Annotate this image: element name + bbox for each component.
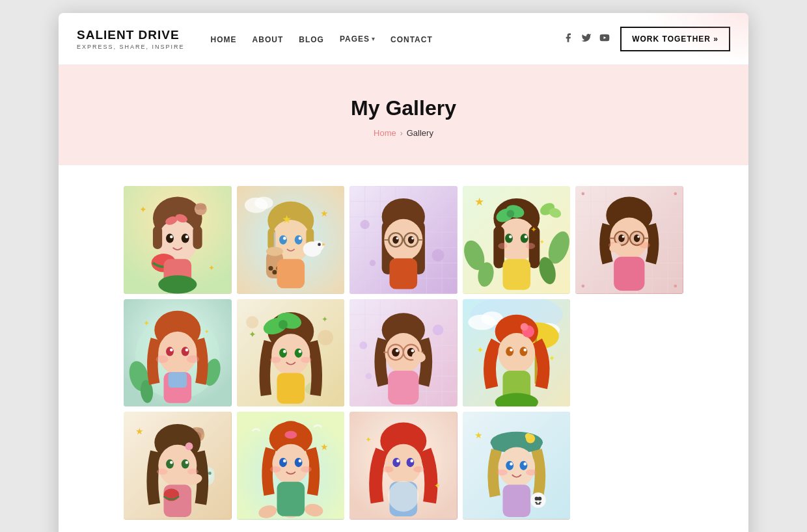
- svg-point-253: [301, 466, 312, 472]
- nav-link-blog[interactable]: BLOG: [299, 35, 324, 44]
- breadcrumb-home-link[interactable]: Home: [374, 128, 396, 138]
- logo-area[interactable]: SALIENT DRIVE EXPRESS, SHARE, INSPIRE: [77, 28, 185, 50]
- svg-point-71: [408, 236, 414, 244]
- nav-item-about[interactable]: ABOUT: [253, 33, 284, 45]
- gallery-item-4[interactable]: ✦ ✦ ★: [463, 186, 571, 294]
- svg-text:✦: ✦: [143, 319, 150, 328]
- svg-text:✦: ✦: [208, 263, 215, 273]
- svg-point-165: [283, 350, 286, 353]
- svg-point-33: [266, 246, 283, 256]
- svg-point-276: [506, 461, 513, 470]
- gallery-item-10[interactable]: ★: [124, 412, 232, 520]
- nav-link-pages[interactable]: PAGES: [340, 34, 370, 44]
- svg-text:★: ★: [474, 431, 483, 441]
- svg-point-250: [283, 460, 286, 463]
- svg-rect-195: [388, 371, 418, 405]
- facebook-icon[interactable]: [563, 33, 573, 46]
- gallery-item-6[interactable]: ✦ ✦: [124, 299, 232, 407]
- nav-item-blog[interactable]: BLOG: [299, 33, 324, 45]
- svg-text:★: ★: [135, 427, 144, 437]
- svg-point-167: [269, 356, 280, 362]
- gallery-item-8[interactable]: [349, 299, 458, 407]
- svg-point-226: [208, 472, 212, 475]
- svg-point-70: [392, 236, 398, 244]
- breadcrumb-separator: ›: [400, 129, 403, 138]
- svg-point-8: [182, 233, 189, 243]
- svg-point-280: [497, 470, 508, 475]
- svg-point-265: [413, 466, 424, 472]
- svg-point-279: [523, 462, 527, 466]
- nav-link-home[interactable]: HOME: [211, 35, 237, 44]
- svg-rect-129: [614, 257, 645, 291]
- svg-point-29: [294, 235, 302, 245]
- nav-item-home[interactable]: HOME: [211, 33, 237, 45]
- svg-point-262: [396, 460, 400, 463]
- gallery-item-2[interactable]: ★: [237, 186, 345, 294]
- svg-text:✦: ✦: [530, 225, 537, 234]
- gallery-item-5[interactable]: [575, 186, 683, 294]
- svg-point-246: [284, 431, 297, 439]
- svg-point-35: [272, 270, 277, 274]
- svg-point-168: [301, 356, 312, 362]
- logo-subtitle: EXPRESS, SHARE, INSPIRE: [77, 44, 185, 50]
- svg-point-75: [361, 220, 370, 229]
- svg-point-261: [407, 458, 415, 467]
- svg-point-124: [622, 235, 625, 238]
- svg-point-44: [254, 197, 273, 209]
- gallery-item-12[interactable]: ✦ ✦: [349, 412, 458, 520]
- svg-point-281: [526, 470, 537, 475]
- svg-point-252: [269, 466, 280, 472]
- svg-point-159: [271, 334, 310, 375]
- svg-rect-282: [502, 485, 530, 518]
- svg-point-141: [166, 312, 189, 330]
- svg-point-153: [246, 316, 258, 328]
- nav-item-pages[interactable]: PAGES ▾: [340, 34, 375, 44]
- svg-point-235: [187, 469, 198, 475]
- hero-banner: My Gallery Home › Gallery: [59, 65, 748, 165]
- svg-point-207: [498, 333, 535, 373]
- nav-item-contact[interactable]: CONTACT: [390, 33, 433, 45]
- svg-point-247: [272, 444, 309, 485]
- svg-point-92: [505, 233, 513, 243]
- svg-point-211: [519, 347, 527, 356]
- svg-point-10: [185, 235, 189, 239]
- gallery-item-9[interactable]: ✦ ✦: [463, 299, 571, 407]
- svg-point-163: [279, 348, 287, 357]
- svg-rect-38: [277, 259, 305, 288]
- twitter-icon[interactable]: [581, 33, 592, 46]
- svg-point-232: [185, 461, 189, 464]
- gallery-section: ✦ ✦ ★: [59, 165, 748, 532]
- svg-text:✦: ✦: [434, 482, 441, 491]
- svg-point-36: [268, 266, 273, 271]
- svg-rect-6: [193, 226, 202, 249]
- svg-point-263: [411, 460, 414, 463]
- svg-point-132: [582, 284, 585, 287]
- svg-point-251: [298, 460, 301, 463]
- gallery-item-11[interactable]: ★: [237, 412, 345, 520]
- svg-point-278: [510, 462, 513, 466]
- page-title: My Gallery: [72, 96, 735, 120]
- youtube-icon[interactable]: [599, 33, 610, 46]
- svg-point-41: [318, 243, 321, 246]
- svg-text:★: ★: [474, 196, 484, 208]
- gallery-item-7[interactable]: ✦ ✦: [237, 299, 345, 407]
- gallery-item-13[interactable]: ★: [463, 412, 571, 520]
- svg-point-230: [182, 460, 189, 469]
- gallery-grid: ✦ ✦ ★: [124, 186, 683, 520]
- social-icons: [563, 33, 610, 46]
- svg-point-248: [279, 458, 287, 467]
- svg-point-275: [498, 447, 535, 488]
- gallery-item-1[interactable]: ✦ ✦: [124, 186, 232, 294]
- gallery-item-3[interactable]: [349, 186, 458, 294]
- svg-point-133: [674, 284, 677, 287]
- svg-text:✦: ✦: [476, 344, 484, 354]
- svg-point-76: [432, 249, 445, 261]
- svg-rect-74: [390, 258, 418, 289]
- svg-point-209: [521, 323, 528, 330]
- nav-link-contact[interactable]: CONTACT: [390, 35, 433, 44]
- svg-point-91: [506, 210, 514, 218]
- svg-point-197: [433, 325, 444, 336]
- svg-point-15: [158, 275, 197, 293]
- nav-link-about[interactable]: ABOUT: [253, 35, 284, 44]
- work-together-button[interactable]: WORK TOGETHER »: [620, 27, 730, 51]
